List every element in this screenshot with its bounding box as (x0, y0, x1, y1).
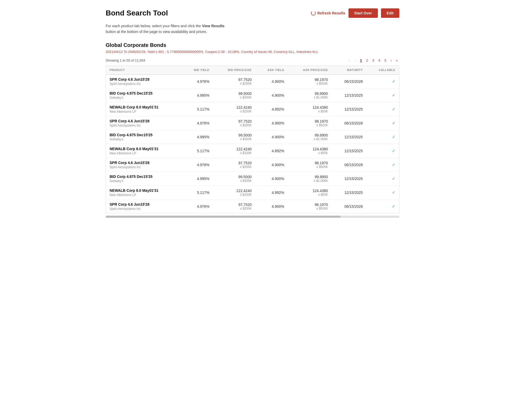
pagination-page-3[interactable]: 3 (371, 58, 376, 63)
table-row[interactable]: SPR Corp 4.6 Jun15'28 Spirit Aerosystems… (106, 158, 399, 172)
cell-callable: ✓ (367, 199, 399, 213)
pagination-last[interactable]: » (394, 58, 399, 63)
cell-bid-price-size: 99.5000 x $200K (213, 172, 255, 186)
edit-button[interactable]: Edit (381, 8, 399, 18)
cell-bid-price-size: 97.7520 x $200K (213, 199, 255, 213)
cell-bid-price-size: 97.7520 x $200K (213, 158, 255, 172)
cell-ask-yield: 4.900% (255, 130, 288, 144)
results-table: PRODUCT BID YIELD BID PRICE/SIZE ASK YIE… (106, 66, 399, 213)
horizontal-scrollbar[interactable] (106, 216, 399, 218)
description-text: For each product tab below, select your … (106, 23, 399, 35)
cell-bid-yield: 4.995% (182, 130, 213, 144)
cell-product: SPR Corp 4.6 Jun15'28 Spirit Aerosystems… (106, 74, 182, 89)
table-row[interactable]: SPR Corp 4.6 Jun15'28 Spirit Aerosystems… (106, 74, 399, 89)
cell-bid-yield: 4.995% (182, 88, 213, 102)
table-row[interactable]: SPR Corp 4.6 Jun15'28 Spirit Aerosystems… (106, 116, 399, 130)
start-over-button[interactable]: Start Over (348, 8, 378, 18)
col-ask-price-size: ASK PRICE/SIZE (288, 66, 332, 74)
table-row[interactable]: NEWALB Corp 8.0 May01'31 New Albertsons … (106, 144, 399, 158)
pagination-page-2[interactable]: 2 (364, 58, 369, 63)
col-maturity: MATURITY (332, 66, 367, 74)
cell-maturity: 06/15/2028 (332, 199, 367, 213)
cell-ask-yield: 4.900% (255, 74, 288, 89)
cell-maturity: 12/15/2025 (332, 186, 367, 199)
cell-ask-yield: 4.892% (255, 144, 288, 158)
cell-callable: ✓ (367, 158, 399, 172)
pagination-page-5[interactable]: 5 (383, 58, 388, 63)
cell-product: BID Corp 4.875 Dec15'25 Sotheby's (106, 130, 182, 144)
cell-bid-yield: 4.976% (182, 74, 213, 89)
cell-maturity: 12/15/2025 (332, 172, 367, 186)
col-product: PRODUCT (106, 66, 182, 74)
table-row[interactable]: BID Corp 4.875 Dec15'25 Sotheby's 4.995%… (106, 172, 399, 186)
cell-callable: ✓ (367, 74, 399, 89)
cell-ask-price-size: 98.1970 x $500K (288, 74, 332, 89)
cell-bid-yield: 4.976% (182, 199, 213, 213)
cell-callable: ✓ (367, 130, 399, 144)
cell-bid-price-size: 122.4240 x $100K (213, 144, 255, 158)
cell-ask-price-size: 124.4380 x $55K (288, 186, 332, 199)
cell-ask-yield: 4.900% (255, 88, 288, 102)
cell-product: NEWALB Corp 8.0 May01'31 New Albertsons … (106, 144, 182, 158)
cell-ask-price-size: 98.1970 x $500K (288, 116, 332, 130)
cell-bid-yield: 4.976% (182, 158, 213, 172)
pagination: « ‹ 1 2 3 4 5 › » (347, 58, 399, 63)
cell-callable: ✓ (367, 144, 399, 158)
refresh-icon (311, 11, 316, 15)
cell-ask-price-size: 124.4380 x $55K (288, 144, 332, 158)
cell-ask-yield: 4.900% (255, 172, 288, 186)
cell-ask-price-size: 99.8900 x $1,006K (288, 130, 332, 144)
cell-ask-price-size: 124.4380 x $55K (288, 102, 332, 116)
cell-maturity: 12/15/2025 (332, 102, 367, 116)
table-row[interactable]: SPR Corp 4.6 Jun15'28 Spirit Aerosystems… (106, 199, 399, 213)
cell-bid-yield: 5.117% (182, 144, 213, 158)
cell-bid-yield: 4.976% (182, 116, 213, 130)
cell-bid-price-size: 122.4240 x $100K (213, 186, 255, 199)
cell-maturity: 12/15/2025 (332, 130, 367, 144)
refresh-button[interactable]: Refresh Results (311, 11, 345, 15)
table-header-row: PRODUCT BID YIELD BID PRICE/SIZE ASK YIE… (106, 66, 399, 74)
cell-ask-price-size: 98.1970 x $500K (288, 199, 332, 213)
cell-bid-price-size: 97.7520 x $200K (213, 116, 255, 130)
pagination-next[interactable]: › (389, 58, 393, 63)
filter-summary: 2021/04/12 To 2040/02/29, Yield:1.901 - … (106, 50, 399, 54)
cell-ask-yield: 4.892% (255, 186, 288, 199)
cell-bid-price-size: 122.4240 x $100K (213, 102, 255, 116)
cell-callable: ✓ (367, 102, 399, 116)
page-title: Bond Search Tool (106, 9, 168, 17)
cell-bid-yield: 5.117% (182, 186, 213, 199)
pagination-page-4[interactable]: 4 (377, 58, 382, 63)
header-actions: Refresh Results Start Over Edit (311, 8, 399, 18)
cell-maturity: 12/15/2025 (332, 88, 367, 102)
col-callable: CALLABLE (367, 66, 399, 74)
cell-maturity: 06/15/2028 (332, 116, 367, 130)
cell-ask-yield: 4.900% (255, 116, 288, 130)
results-count: Showing 1 to 50 of 11,054 (106, 58, 145, 62)
table-row[interactable]: NEWALB Corp 8.0 May01'31 New Albertsons … (106, 186, 399, 199)
table-row[interactable]: BID Corp 4.875 Dec15'25 Sotheby's 4.995%… (106, 88, 399, 102)
cell-bid-yield: 5.117% (182, 102, 213, 116)
cell-maturity: 06/15/2028 (332, 74, 367, 89)
cell-bid-yield: 4.995% (182, 172, 213, 186)
cell-ask-price-size: 99.8900 x $1,006K (288, 172, 332, 186)
cell-bid-price-size: 99.5000 x $200K (213, 88, 255, 102)
pagination-first[interactable]: « (347, 58, 352, 63)
results-bar: Showing 1 to 50 of 11,054 « ‹ 1 2 3 4 5 … (106, 58, 399, 63)
cell-product: SPR Corp 4.6 Jun15'28 Spirit Aerosystems… (106, 199, 182, 213)
cell-ask-yield: 4.892% (255, 102, 288, 116)
results-table-container: PRODUCT BID YIELD BID PRICE/SIZE ASK YIE… (106, 66, 399, 214)
cell-maturity: 06/15/2028 (332, 158, 367, 172)
cell-product: BID Corp 4.875 Dec15'25 Sotheby's (106, 172, 182, 186)
table-row[interactable]: NEWALB Corp 8.0 May01'31 New Albertsons … (106, 102, 399, 116)
cell-ask-price-size: 98.1970 x $500K (288, 158, 332, 172)
cell-product: NEWALB Corp 8.0 May01'31 New Albertsons … (106, 102, 182, 116)
scrollbar-thumb (106, 216, 341, 218)
table-row[interactable]: BID Corp 4.875 Dec15'25 Sotheby's 4.995%… (106, 130, 399, 144)
cell-bid-price-size: 99.5000 x $200K (213, 130, 255, 144)
cell-ask-yield: 4.900% (255, 158, 288, 172)
section-title: Global Corporate Bonds (106, 42, 399, 48)
cell-callable: ✓ (367, 88, 399, 102)
pagination-page-1[interactable]: 1 (358, 58, 363, 63)
pagination-prev[interactable]: ‹ (353, 58, 357, 63)
col-bid-yield: BID YIELD (182, 66, 213, 74)
